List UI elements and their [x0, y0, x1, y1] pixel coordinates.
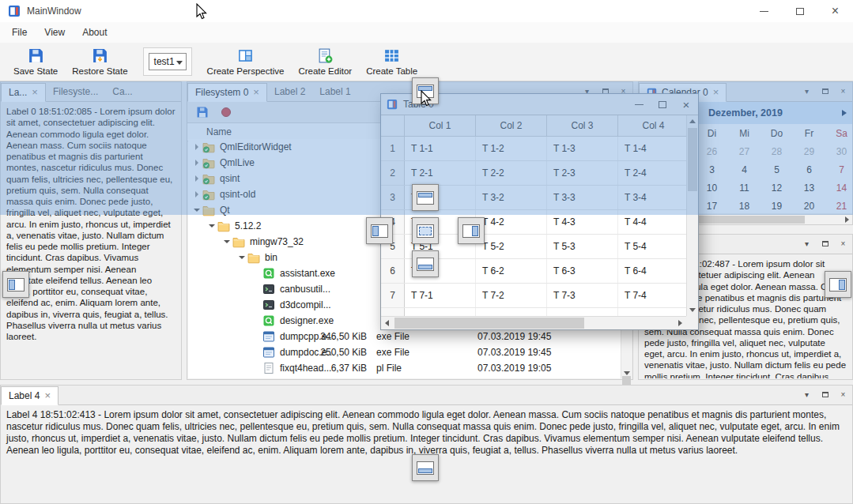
expand-icon[interactable]: [191, 141, 202, 152]
drop-indicator-area-center[interactable]: [412, 217, 439, 244]
tab-close-button[interactable]: ×: [713, 88, 719, 96]
scrollbar-thumb[interactable]: [694, 216, 805, 224]
menu-item-view[interactable]: View: [36, 24, 74, 41]
table-cell[interactable]: T 3-2: [476, 186, 547, 209]
table-cell[interactable]: T 3-4: [618, 186, 689, 209]
collapse-icon[interactable]: [191, 205, 202, 216]
table-cell[interactable]: T 3-3: [547, 186, 618, 209]
dock-close-button[interactable]: ×: [837, 85, 849, 97]
calendar-date[interactable]: 27: [728, 142, 761, 160]
dock-undock-button[interactable]: [819, 85, 831, 97]
scroll-left-icon[interactable]: [381, 317, 393, 329]
calendar-date[interactable]: 5: [761, 160, 793, 179]
dock-menu-button[interactable]: ▾: [801, 389, 813, 401]
calendar-date[interactable]: 14: [825, 179, 852, 197]
table-cell[interactable]: T 5-3: [547, 235, 618, 258]
tab-close-button[interactable]: ×: [253, 88, 259, 96]
perspective-combobox[interactable]: test1: [149, 53, 187, 70]
dock-tab[interactable]: Ca...: [105, 82, 139, 101]
table-row-header[interactable]: 2: [381, 161, 405, 185]
save-state-button[interactable]: Save State: [6, 46, 65, 77]
minimize-button[interactable]: [746, 0, 782, 22]
table-cell[interactable]: T 2-2: [476, 161, 547, 185]
table-column-header[interactable]: Col 4: [618, 115, 689, 136]
table-vertical-scrollbar[interactable]: [686, 115, 698, 316]
table-row-header[interactable]: 7: [381, 284, 405, 307]
calendar-date[interactable]: 21: [825, 197, 852, 213]
dock-tab[interactable]: Label 1: [312, 82, 357, 101]
table-cell[interactable]: T 1-4: [618, 137, 689, 160]
menu-item-file[interactable]: File: [3, 24, 36, 41]
dock-menu-button[interactable]: ▾: [801, 238, 813, 250]
drop-indicator-window-bottom[interactable]: [412, 454, 439, 481]
drop-indicator-area-right[interactable]: [458, 217, 485, 244]
table-cell[interactable]: T 7-1: [405, 284, 476, 307]
create-table-button[interactable]: Create Table: [359, 46, 425, 77]
table-column-header[interactable]: Col 1: [405, 115, 476, 136]
collapse-icon[interactable]: [236, 252, 247, 263]
scroll-right-icon[interactable]: [842, 215, 852, 224]
table-cell[interactable]: T 2-3: [547, 161, 618, 185]
calendar-date[interactable]: 20: [793, 197, 825, 213]
table-cell[interactable]: T 7-3: [547, 284, 618, 307]
create-editor-button[interactable]: Create Editor: [291, 46, 359, 77]
calendar-date[interactable]: 3: [696, 160, 728, 179]
calendar-date[interactable]: 26: [696, 142, 728, 160]
calendar-date[interactable]: 11: [728, 179, 761, 197]
dock-undock-button[interactable]: [819, 238, 831, 250]
create-perspective-button[interactable]: Create Perspective: [200, 46, 292, 77]
scroll-up-icon[interactable]: [687, 115, 698, 127]
floating-dock-window[interactable]: Table 0 × Col 1Col 2Col 3Col 4 1T 1-1T 1…: [380, 93, 699, 330]
table-row-header[interactable]: 6: [381, 259, 405, 283]
scrollbar-thumb[interactable]: [688, 128, 697, 191]
table-cell[interactable]: T 2-1: [405, 161, 476, 185]
calendar-date[interactable]: 19: [761, 197, 793, 213]
table-cell[interactable]: T 7-4: [618, 284, 689, 307]
calendar-date[interactable]: 30: [825, 142, 852, 160]
calendar-date[interactable]: 10: [696, 179, 728, 197]
close-button[interactable]: ×: [817, 0, 853, 22]
maximize-button[interactable]: [782, 0, 817, 22]
table-cell[interactable]: T 7-2: [476, 284, 547, 307]
expand-icon[interactable]: [191, 173, 202, 184]
drop-indicator-area-left[interactable]: [366, 217, 393, 244]
calendar-date[interactable]: 6: [793, 160, 825, 179]
dock-close-button[interactable]: ×: [837, 238, 849, 250]
calendar-date[interactable]: 12: [761, 179, 793, 197]
dock-close-button[interactable]: ×: [837, 389, 849, 401]
table-row-header[interactable]: 3: [381, 186, 405, 209]
table-cell[interactable]: T 2-4: [618, 161, 689, 185]
next-month-icon[interactable]: [842, 110, 847, 116]
name-column-header[interactable]: Name: [206, 126, 232, 137]
dock-tab[interactable]: Label 4×: [1, 386, 59, 405]
table-cell[interactable]: T 6-3: [547, 259, 618, 283]
table-cell[interactable]: T 1-1: [405, 137, 476, 160]
float-maximize-button[interactable]: [651, 96, 674, 113]
table-horizontal-scrollbar[interactable]: [381, 316, 686, 329]
calendar-date[interactable]: 17: [696, 197, 728, 213]
dock-tab[interactable]: Filesystem 0×: [187, 83, 267, 102]
calendar-date[interactable]: 29: [793, 142, 825, 160]
expand-icon[interactable]: [191, 189, 202, 200]
restore-state-button[interactable]: Restore State: [65, 46, 134, 77]
scroll-down-icon[interactable]: [687, 304, 698, 316]
collapse-icon[interactable]: [221, 236, 232, 247]
drop-indicator-window-right[interactable]: [825, 271, 851, 298]
calendar-date[interactable]: 4: [728, 160, 761, 179]
drop-indicator-area-top[interactable]: [412, 184, 439, 211]
scroll-down-icon[interactable]: [621, 367, 632, 378]
scrollbar-thumb[interactable]: [394, 318, 584, 329]
table-row-header[interactable]: 1: [381, 137, 405, 160]
table-cell[interactable]: T 5-2: [476, 235, 547, 258]
tree-item[interactable]: dumpcpp.e...346,50 KiBexe File07.03.2019…: [188, 329, 621, 344]
table-cell[interactable]: T 5-4: [618, 235, 689, 258]
calendar-date[interactable]: 7: [825, 160, 852, 179]
float-minimize-button[interactable]: [627, 96, 651, 113]
calendar-date[interactable]: 13: [793, 179, 825, 197]
expand-icon[interactable]: [191, 157, 202, 168]
table-cell[interactable]: T 6-4: [618, 259, 689, 283]
tab-close-button[interactable]: ×: [32, 88, 38, 96]
scroll-right-icon[interactable]: [674, 317, 686, 329]
tab-close-button[interactable]: ×: [44, 392, 51, 400]
dock-tab[interactable]: La...×: [1, 83, 46, 102]
